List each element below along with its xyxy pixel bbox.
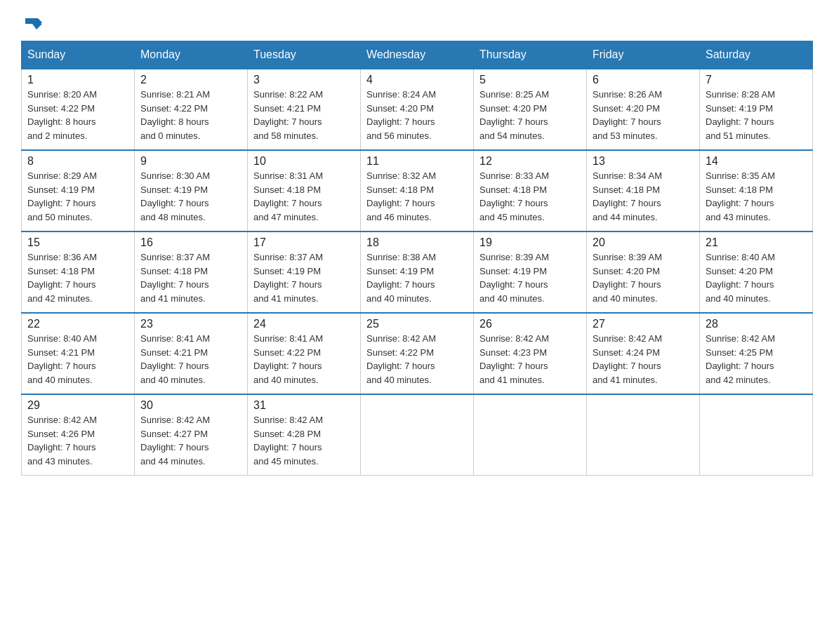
week-row-3: 15 Sunrise: 8:36 AM Sunset: 4:18 PM Dayl… — [22, 232, 813, 313]
day-info: Sunrise: 8:35 AM Sunset: 4:18 PM Dayligh… — [706, 169, 807, 224]
day-number: 21 — [706, 236, 807, 249]
calendar-cell: 21 Sunrise: 8:40 AM Sunset: 4:20 PM Dayl… — [700, 232, 813, 313]
calendar-cell: 30 Sunrise: 8:42 AM Sunset: 4:27 PM Dayl… — [135, 394, 248, 476]
day-info: Sunrise: 8:22 AM Sunset: 4:21 PM Dayligh… — [253, 88, 355, 142]
day-info: Sunrise: 8:21 AM Sunset: 4:22 PM Dayligh… — [140, 88, 241, 142]
day-number: 25 — [366, 318, 468, 330]
calendar-cell: 7 Sunrise: 8:28 AM Sunset: 4:19 PM Dayli… — [700, 69, 813, 150]
day-number: 8 — [27, 155, 128, 168]
weekday-header-tuesday: Tuesday — [248, 41, 361, 69]
day-info: Sunrise: 8:39 AM Sunset: 4:19 PM Dayligh… — [479, 250, 581, 305]
week-row-4: 22 Sunrise: 8:40 AM Sunset: 4:21 PM Dayl… — [22, 313, 813, 394]
calendar-cell: 27 Sunrise: 8:42 AM Sunset: 4:24 PM Dayl… — [587, 313, 700, 394]
day-number: 15 — [27, 236, 128, 249]
day-info: Sunrise: 8:42 AM Sunset: 4:22 PM Dayligh… — [366, 332, 468, 387]
calendar-cell: 18 Sunrise: 8:38 AM Sunset: 4:19 PM Dayl… — [361, 232, 474, 313]
day-info: Sunrise: 8:26 AM Sunset: 4:20 PM Dayligh… — [593, 88, 694, 142]
calendar-cell: 20 Sunrise: 8:39 AM Sunset: 4:20 PM Dayl… — [587, 232, 700, 313]
day-info: Sunrise: 8:24 AM Sunset: 4:20 PM Dayligh… — [366, 88, 468, 142]
calendar-cell: 1 Sunrise: 8:20 AM Sunset: 4:22 PM Dayli… — [22, 69, 135, 150]
day-info: Sunrise: 8:41 AM Sunset: 4:22 PM Dayligh… — [253, 332, 355, 387]
day-number: 3 — [253, 74, 355, 86]
day-info: Sunrise: 8:30 AM Sunset: 4:19 PM Dayligh… — [140, 169, 241, 224]
day-info: Sunrise: 8:37 AM Sunset: 4:18 PM Dayligh… — [140, 250, 241, 305]
day-number: 4 — [366, 74, 468, 86]
day-info: Sunrise: 8:31 AM Sunset: 4:18 PM Dayligh… — [253, 169, 355, 224]
day-number: 12 — [479, 155, 581, 168]
day-info: Sunrise: 8:42 AM Sunset: 4:28 PM Dayligh… — [253, 413, 355, 468]
day-info: Sunrise: 8:42 AM Sunset: 4:26 PM Dayligh… — [27, 413, 128, 468]
day-info: Sunrise: 8:34 AM Sunset: 4:18 PM Dayligh… — [593, 169, 694, 224]
day-info: Sunrise: 8:42 AM Sunset: 4:25 PM Dayligh… — [706, 332, 807, 387]
day-number: 16 — [140, 236, 241, 249]
weekday-header-friday: Friday — [587, 41, 700, 69]
day-number: 7 — [706, 74, 807, 86]
calendar-cell: 11 Sunrise: 8:32 AM Sunset: 4:18 PM Dayl… — [361, 150, 474, 232]
day-number: 20 — [593, 236, 694, 249]
day-info: Sunrise: 8:40 AM Sunset: 4:20 PM Dayligh… — [706, 250, 807, 305]
day-info: Sunrise: 8:25 AM Sunset: 4:20 PM Dayligh… — [479, 88, 581, 142]
weekday-header-sunday: Sunday — [22, 41, 135, 69]
calendar-cell: 5 Sunrise: 8:25 AM Sunset: 4:20 PM Dayli… — [474, 69, 587, 150]
day-number: 19 — [479, 236, 581, 249]
day-info: Sunrise: 8:42 AM Sunset: 4:23 PM Dayligh… — [479, 332, 581, 387]
day-number: 23 — [140, 318, 241, 330]
day-info: Sunrise: 8:28 AM Sunset: 4:19 PM Dayligh… — [706, 88, 807, 142]
calendar-cell — [587, 394, 700, 476]
weekday-header-saturday: Saturday — [700, 41, 813, 69]
logo-arrow-icon — [22, 14, 42, 34]
weekday-header-row: SundayMondayTuesdayWednesdayThursdayFrid… — [22, 41, 813, 69]
calendar-cell: 22 Sunrise: 8:40 AM Sunset: 4:21 PM Dayl… — [22, 313, 135, 394]
calendar-table: SundayMondayTuesdayWednesdayThursdayFrid… — [21, 41, 813, 476]
calendar-cell: 17 Sunrise: 8:37 AM Sunset: 4:19 PM Dayl… — [248, 232, 361, 313]
calendar-cell — [361, 394, 474, 476]
day-info: Sunrise: 8:38 AM Sunset: 4:19 PM Dayligh… — [366, 250, 468, 305]
calendar-cell: 31 Sunrise: 8:42 AM Sunset: 4:28 PM Dayl… — [248, 394, 361, 476]
day-number: 24 — [253, 318, 355, 330]
calendar-cell — [700, 394, 813, 476]
weekday-header-wednesday: Wednesday — [361, 41, 474, 69]
calendar-cell: 26 Sunrise: 8:42 AM Sunset: 4:23 PM Dayl… — [474, 313, 587, 394]
day-number: 18 — [366, 236, 468, 249]
day-number: 27 — [593, 318, 694, 330]
calendar-cell: 14 Sunrise: 8:35 AM Sunset: 4:18 PM Dayl… — [700, 150, 813, 232]
calendar-cell: 3 Sunrise: 8:22 AM Sunset: 4:21 PM Dayli… — [248, 69, 361, 150]
week-row-5: 29 Sunrise: 8:42 AM Sunset: 4:26 PM Dayl… — [22, 394, 813, 476]
calendar-cell: 9 Sunrise: 8:30 AM Sunset: 4:19 PM Dayli… — [135, 150, 248, 232]
calendar-cell: 15 Sunrise: 8:36 AM Sunset: 4:18 PM Dayl… — [22, 232, 135, 313]
day-info: Sunrise: 8:40 AM Sunset: 4:21 PM Dayligh… — [27, 332, 128, 387]
day-number: 26 — [479, 318, 581, 330]
day-info: Sunrise: 8:20 AM Sunset: 4:22 PM Dayligh… — [27, 88, 128, 142]
day-info: Sunrise: 8:36 AM Sunset: 4:18 PM Dayligh… — [27, 250, 128, 305]
calendar-cell: 6 Sunrise: 8:26 AM Sunset: 4:20 PM Dayli… — [587, 69, 700, 150]
page-header — [21, 14, 813, 34]
day-number: 10 — [253, 155, 355, 168]
weekday-header-monday: Monday — [135, 41, 248, 69]
calendar-cell: 28 Sunrise: 8:42 AM Sunset: 4:25 PM Dayl… — [700, 313, 813, 394]
calendar-cell: 16 Sunrise: 8:37 AM Sunset: 4:18 PM Dayl… — [135, 232, 248, 313]
day-number: 9 — [140, 155, 241, 168]
calendar-cell — [474, 394, 587, 476]
calendar-cell: 8 Sunrise: 8:29 AM Sunset: 4:19 PM Dayli… — [22, 150, 135, 232]
weekday-header-thursday: Thursday — [474, 41, 587, 69]
day-info: Sunrise: 8:42 AM Sunset: 4:24 PM Dayligh… — [593, 332, 694, 387]
calendar-cell: 12 Sunrise: 8:33 AM Sunset: 4:18 PM Dayl… — [474, 150, 587, 232]
day-info: Sunrise: 8:33 AM Sunset: 4:18 PM Dayligh… — [479, 169, 581, 224]
calendar-cell: 19 Sunrise: 8:39 AM Sunset: 4:19 PM Dayl… — [474, 232, 587, 313]
day-number: 14 — [706, 155, 807, 168]
day-number: 2 — [140, 74, 241, 86]
day-number: 5 — [479, 74, 581, 86]
day-number: 13 — [593, 155, 694, 168]
svg-marker-1 — [32, 24, 42, 29]
logo — [21, 14, 42, 34]
calendar-cell: 4 Sunrise: 8:24 AM Sunset: 4:20 PM Dayli… — [361, 69, 474, 150]
day-info: Sunrise: 8:39 AM Sunset: 4:20 PM Dayligh… — [593, 250, 694, 305]
day-number: 11 — [366, 155, 468, 168]
day-info: Sunrise: 8:41 AM Sunset: 4:21 PM Dayligh… — [140, 332, 241, 387]
calendar-cell: 23 Sunrise: 8:41 AM Sunset: 4:21 PM Dayl… — [135, 313, 248, 394]
calendar-cell: 24 Sunrise: 8:41 AM Sunset: 4:22 PM Dayl… — [248, 313, 361, 394]
day-number: 30 — [140, 399, 241, 412]
day-info: Sunrise: 8:32 AM Sunset: 4:18 PM Dayligh… — [366, 169, 468, 224]
week-row-1: 1 Sunrise: 8:20 AM Sunset: 4:22 PM Dayli… — [22, 69, 813, 150]
day-number: 31 — [253, 399, 355, 412]
